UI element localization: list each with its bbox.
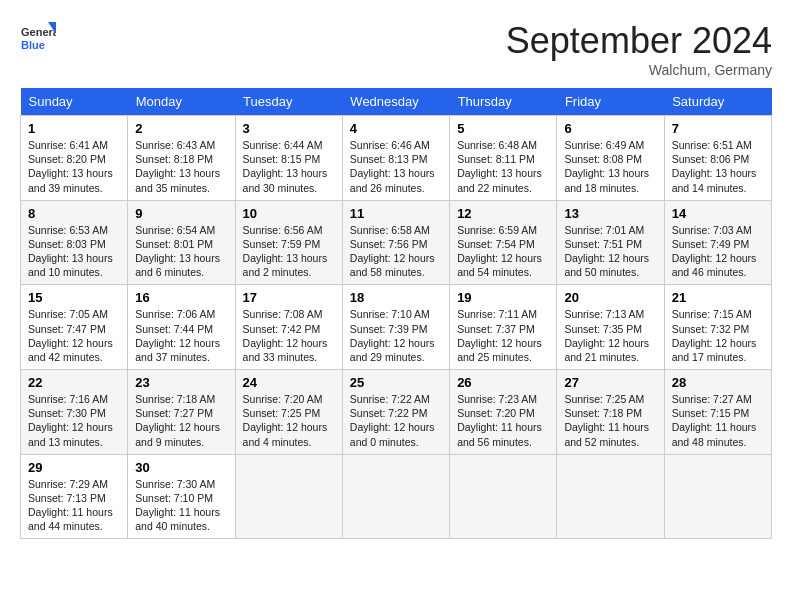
day-number: 18: [350, 290, 442, 305]
day-number: 24: [243, 375, 335, 390]
col-thursday: Thursday: [450, 88, 557, 116]
day-number: 29: [28, 460, 120, 475]
day-number: 27: [564, 375, 656, 390]
day-info: Sunrise: 7:08 AMSunset: 7:42 PMDaylight:…: [243, 307, 335, 364]
calendar-cell: 3Sunrise: 6:44 AMSunset: 8:15 PMDaylight…: [235, 116, 342, 201]
day-number: 19: [457, 290, 549, 305]
day-number: 11: [350, 206, 442, 221]
day-info: Sunrise: 7:03 AMSunset: 7:49 PMDaylight:…: [672, 223, 764, 280]
day-info: Sunrise: 6:43 AMSunset: 8:18 PMDaylight:…: [135, 138, 227, 195]
calendar-cell: 29Sunrise: 7:29 AMSunset: 7:13 PMDayligh…: [21, 454, 128, 539]
calendar-cell: 4Sunrise: 6:46 AMSunset: 8:13 PMDaylight…: [342, 116, 449, 201]
day-number: 22: [28, 375, 120, 390]
calendar-week-1: 1Sunrise: 6:41 AMSunset: 8:20 PMDaylight…: [21, 116, 772, 201]
calendar-cell: 22Sunrise: 7:16 AMSunset: 7:30 PMDayligh…: [21, 370, 128, 455]
day-info: Sunrise: 6:51 AMSunset: 8:06 PMDaylight:…: [672, 138, 764, 195]
day-number: 25: [350, 375, 442, 390]
calendar-cell: 19Sunrise: 7:11 AMSunset: 7:37 PMDayligh…: [450, 285, 557, 370]
calendar-cell: 26Sunrise: 7:23 AMSunset: 7:20 PMDayligh…: [450, 370, 557, 455]
day-info: Sunrise: 7:30 AMSunset: 7:10 PMDaylight:…: [135, 477, 227, 534]
calendar-cell: 8Sunrise: 6:53 AMSunset: 8:03 PMDaylight…: [21, 200, 128, 285]
calendar-table: Sunday Monday Tuesday Wednesday Thursday…: [20, 88, 772, 539]
calendar-cell: 7Sunrise: 6:51 AMSunset: 8:06 PMDaylight…: [664, 116, 771, 201]
day-info: Sunrise: 6:48 AMSunset: 8:11 PMDaylight:…: [457, 138, 549, 195]
calendar-cell: 24Sunrise: 7:20 AMSunset: 7:25 PMDayligh…: [235, 370, 342, 455]
calendar-cell: 11Sunrise: 6:58 AMSunset: 7:56 PMDayligh…: [342, 200, 449, 285]
svg-text:General: General: [21, 26, 56, 38]
calendar-cell: 2Sunrise: 6:43 AMSunset: 8:18 PMDaylight…: [128, 116, 235, 201]
day-info: Sunrise: 7:05 AMSunset: 7:47 PMDaylight:…: [28, 307, 120, 364]
day-number: 3: [243, 121, 335, 136]
calendar-week-5: 29Sunrise: 7:29 AMSunset: 7:13 PMDayligh…: [21, 454, 772, 539]
calendar-cell: 20Sunrise: 7:13 AMSunset: 7:35 PMDayligh…: [557, 285, 664, 370]
calendar-cell: 9Sunrise: 6:54 AMSunset: 8:01 PMDaylight…: [128, 200, 235, 285]
calendar-week-3: 15Sunrise: 7:05 AMSunset: 7:47 PMDayligh…: [21, 285, 772, 370]
day-number: 6: [564, 121, 656, 136]
calendar-cell: 6Sunrise: 6:49 AMSunset: 8:08 PMDaylight…: [557, 116, 664, 201]
header-row: Sunday Monday Tuesday Wednesday Thursday…: [21, 88, 772, 116]
day-number: 9: [135, 206, 227, 221]
day-number: 1: [28, 121, 120, 136]
day-number: 16: [135, 290, 227, 305]
day-number: 12: [457, 206, 549, 221]
calendar-cell: [342, 454, 449, 539]
calendar-cell: [235, 454, 342, 539]
day-number: 8: [28, 206, 120, 221]
calendar-cell: 1Sunrise: 6:41 AMSunset: 8:20 PMDaylight…: [21, 116, 128, 201]
day-info: Sunrise: 7:06 AMSunset: 7:44 PMDaylight:…: [135, 307, 227, 364]
day-number: 4: [350, 121, 442, 136]
day-number: 13: [564, 206, 656, 221]
col-monday: Monday: [128, 88, 235, 116]
calendar-week-2: 8Sunrise: 6:53 AMSunset: 8:03 PMDaylight…: [21, 200, 772, 285]
calendar-cell: 10Sunrise: 6:56 AMSunset: 7:59 PMDayligh…: [235, 200, 342, 285]
day-info: Sunrise: 6:54 AMSunset: 8:01 PMDaylight:…: [135, 223, 227, 280]
day-info: Sunrise: 6:49 AMSunset: 8:08 PMDaylight:…: [564, 138, 656, 195]
calendar-cell: 30Sunrise: 7:30 AMSunset: 7:10 PMDayligh…: [128, 454, 235, 539]
day-number: 23: [135, 375, 227, 390]
logo: General Blue: [20, 20, 56, 56]
day-info: Sunrise: 7:16 AMSunset: 7:30 PMDaylight:…: [28, 392, 120, 449]
day-info: Sunrise: 7:22 AMSunset: 7:22 PMDaylight:…: [350, 392, 442, 449]
calendar-cell: 28Sunrise: 7:27 AMSunset: 7:15 PMDayligh…: [664, 370, 771, 455]
location: Walchum, Germany: [506, 62, 772, 78]
calendar-cell: [664, 454, 771, 539]
calendar-week-4: 22Sunrise: 7:16 AMSunset: 7:30 PMDayligh…: [21, 370, 772, 455]
day-info: Sunrise: 7:01 AMSunset: 7:51 PMDaylight:…: [564, 223, 656, 280]
calendar-cell: [450, 454, 557, 539]
calendar-cell: 25Sunrise: 7:22 AMSunset: 7:22 PMDayligh…: [342, 370, 449, 455]
calendar-cell: 15Sunrise: 7:05 AMSunset: 7:47 PMDayligh…: [21, 285, 128, 370]
col-saturday: Saturday: [664, 88, 771, 116]
day-info: Sunrise: 7:13 AMSunset: 7:35 PMDaylight:…: [564, 307, 656, 364]
calendar-cell: 12Sunrise: 6:59 AMSunset: 7:54 PMDayligh…: [450, 200, 557, 285]
col-sunday: Sunday: [21, 88, 128, 116]
day-info: Sunrise: 6:56 AMSunset: 7:59 PMDaylight:…: [243, 223, 335, 280]
day-info: Sunrise: 6:46 AMSunset: 8:13 PMDaylight:…: [350, 138, 442, 195]
calendar-cell: 14Sunrise: 7:03 AMSunset: 7:49 PMDayligh…: [664, 200, 771, 285]
day-info: Sunrise: 7:27 AMSunset: 7:15 PMDaylight:…: [672, 392, 764, 449]
day-info: Sunrise: 6:41 AMSunset: 8:20 PMDaylight:…: [28, 138, 120, 195]
col-tuesday: Tuesday: [235, 88, 342, 116]
day-info: Sunrise: 6:58 AMSunset: 7:56 PMDaylight:…: [350, 223, 442, 280]
calendar-cell: 5Sunrise: 6:48 AMSunset: 8:11 PMDaylight…: [450, 116, 557, 201]
day-info: Sunrise: 7:11 AMSunset: 7:37 PMDaylight:…: [457, 307, 549, 364]
day-number: 7: [672, 121, 764, 136]
day-info: Sunrise: 6:44 AMSunset: 8:15 PMDaylight:…: [243, 138, 335, 195]
col-wednesday: Wednesday: [342, 88, 449, 116]
page-header: General Blue September 2024 Walchum, Ger…: [20, 20, 772, 78]
day-number: 21: [672, 290, 764, 305]
calendar-cell: 13Sunrise: 7:01 AMSunset: 7:51 PMDayligh…: [557, 200, 664, 285]
day-info: Sunrise: 7:25 AMSunset: 7:18 PMDaylight:…: [564, 392, 656, 449]
day-number: 17: [243, 290, 335, 305]
day-info: Sunrise: 6:53 AMSunset: 8:03 PMDaylight:…: [28, 223, 120, 280]
month-title: September 2024: [506, 20, 772, 62]
svg-text:Blue: Blue: [21, 39, 45, 51]
calendar-cell: 17Sunrise: 7:08 AMSunset: 7:42 PMDayligh…: [235, 285, 342, 370]
calendar-cell: 16Sunrise: 7:06 AMSunset: 7:44 PMDayligh…: [128, 285, 235, 370]
day-number: 28: [672, 375, 764, 390]
calendar-cell: 23Sunrise: 7:18 AMSunset: 7:27 PMDayligh…: [128, 370, 235, 455]
calendar-cell: [557, 454, 664, 539]
day-number: 26: [457, 375, 549, 390]
day-info: Sunrise: 7:15 AMSunset: 7:32 PMDaylight:…: [672, 307, 764, 364]
day-number: 2: [135, 121, 227, 136]
day-number: 20: [564, 290, 656, 305]
